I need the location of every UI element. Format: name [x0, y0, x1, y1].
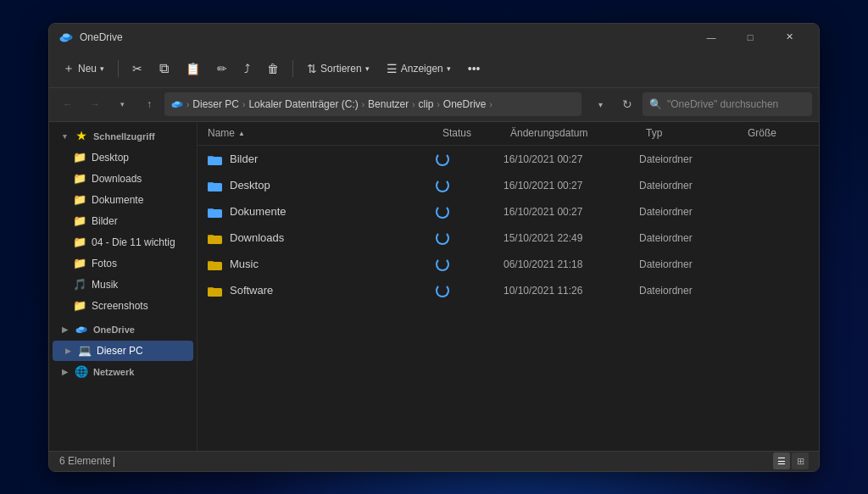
sidebar-section-netzwerk[interactable]: ▶ 🌐 Netzwerk — [53, 362, 193, 382]
back-button[interactable]: ← — [56, 92, 80, 116]
maximize-button[interactable]: □ — [731, 24, 770, 51]
forward-button[interactable]: → — [83, 92, 107, 116]
table-row[interactable]: Desktop 16/10/2021 00:27 Dateiordner — [201, 173, 815, 198]
sidebar-musik-label: Musik — [92, 279, 186, 291]
file-date: 16/10/2021 00:27 — [504, 206, 639, 218]
breadcrumb[interactable]: › Dieser PC › Lokaler Datenträger (C:) ›… — [164, 92, 581, 116]
copy-button[interactable]: ⧉ — [153, 58, 175, 80]
sidebar-section-onedrive[interactable]: ▶ OneDrive — [53, 319, 193, 340]
sidebar-item-fotos[interactable]: 📁 Fotos — [53, 253, 193, 274]
folder-icon — [208, 283, 223, 298]
04-folder-icon: 📁 — [73, 236, 86, 249]
table-row[interactable]: Music 06/10/2021 21:18 Dateiordner — [201, 252, 815, 277]
rename-icon: ✏ — [217, 62, 227, 75]
dokumente-folder-icon: 📁 — [73, 193, 86, 207]
col-type-label: Typ — [646, 127, 662, 139]
sidebar-section-dieser-pc[interactable]: ▶ 💻 Dieser PC — [53, 341, 193, 361]
delete-button[interactable]: 🗑 — [260, 58, 286, 79]
svg-rect-18 — [208, 261, 214, 264]
desktop-folder-icon: 📁 — [73, 151, 86, 164]
up-button[interactable]: ↑ — [137, 92, 161, 116]
table-row[interactable]: Dokumente 16/10/2021 00:27 Dateiordner — [201, 199, 815, 225]
col-header-date[interactable]: Änderungsdatum — [507, 127, 643, 139]
sync-icon — [436, 179, 449, 192]
minimize-button[interactable]: — — [692, 24, 731, 51]
table-row[interactable]: Downloads 15/10/2021 22:49 Dateiordner — [201, 225, 815, 251]
breadcrumb-onedrive-label: OneDrive — [443, 98, 487, 110]
file-date: 16/10/2021 00:27 — [504, 153, 639, 165]
dropdown-chevron-icon: ▾ — [598, 100, 603, 109]
breadcrumb-onedrive-icon — [171, 100, 183, 108]
sep-5: › — [437, 100, 440, 109]
file-type: Dateiordner — [639, 285, 741, 297]
sidebar-desktop-label: Desktop — [92, 152, 171, 164]
table-row[interactable]: Software 10/10/2021 11:26 Dateiordner — [201, 278, 815, 303]
svg-rect-20 — [208, 287, 214, 290]
refresh-button[interactable]: ↻ — [615, 92, 639, 116]
file-rows-container: Bilder 16/10/2021 00:27 Dateiordner Desk… — [198, 147, 819, 303]
expand-button[interactable]: ▾ — [110, 92, 134, 116]
sidebar-item-04[interactable]: 📁 04 - Die 11 wichtig — [53, 232, 193, 253]
sidebar-bilder-label: Bilder — [92, 215, 171, 227]
sidebar-item-downloads[interactable]: 📁 Downloads 📌 — [53, 169, 193, 189]
svg-rect-12 — [208, 182, 214, 185]
table-row[interactable]: Bilder 16/10/2021 00:27 Dateiordner — [201, 147, 815, 172]
col-header-status[interactable]: Status — [439, 127, 507, 139]
file-type: Dateiordner — [639, 153, 741, 165]
more-icon: ••• — [468, 62, 481, 75]
file-date: 10/10/2021 11:26 — [504, 285, 639, 297]
breadcrumb-drive[interactable]: Lokaler Datenträger (C:) — [248, 98, 358, 110]
sort-icon: ⇅ — [307, 62, 317, 75]
sidebar-onedrive-label: OneDrive — [93, 325, 186, 335]
breadcrumb-dropdown-button[interactable]: ▾ — [588, 92, 612, 116]
sidebar-item-screenshots[interactable]: 📁 Screenshots — [53, 296, 193, 316]
back-icon: ← — [63, 98, 73, 110]
paste-button[interactable]: 📋 — [179, 58, 207, 79]
sort-button[interactable]: ⇅ Sortieren ▾ — [300, 58, 376, 79]
file-type: Dateiordner — [639, 258, 741, 270]
breadcrumb-clip[interactable]: clip — [418, 98, 433, 110]
netzwerk-section-icon: 🌐 — [75, 365, 88, 379]
sidebar-section-quickaccess[interactable]: ▾ ★ Schnellzugriff — [53, 126, 193, 147]
cut-button[interactable]: ✂ — [125, 58, 149, 79]
col-header-size[interactable]: Größe — [744, 127, 812, 139]
new-button[interactable]: ＋ Neu ▾ — [56, 58, 111, 80]
dieser-pc-expand-icon: ▶ — [63, 346, 73, 356]
file-date: 16/10/2021 00:27 — [504, 180, 639, 191]
col-header-type[interactable]: Typ — [643, 127, 744, 139]
col-date-label: Änderungsdatum — [510, 127, 587, 139]
separator-2 — [292, 60, 293, 77]
close-button[interactable]: ✕ — [770, 24, 809, 51]
sep-2: › — [242, 100, 245, 109]
breadcrumb-user[interactable]: Benutzer — [368, 98, 409, 110]
sidebar-item-musik[interactable]: 🎵 Musik — [53, 275, 193, 295]
share-button[interactable]: ⤴ — [237, 58, 257, 79]
col-header-name[interactable]: Name ▲ — [204, 127, 439, 139]
file-name-text: Bilder — [230, 153, 258, 165]
col-status-label: Status — [442, 127, 471, 139]
sidebar-item-bilder[interactable]: 📁 Bilder 📌 — [53, 211, 193, 231]
file-type: Dateiordner — [639, 206, 741, 218]
app-icon — [59, 31, 73, 44]
sidebar-screenshots-label: Screenshots — [92, 300, 186, 312]
sep-4: › — [412, 100, 415, 109]
sidebar-item-desktop[interactable]: 📁 Desktop 📌 — [53, 147, 193, 168]
status-count: 6 Elemente — [59, 455, 111, 467]
star-icon: ★ — [75, 130, 88, 143]
folder-icon — [208, 178, 223, 193]
new-label: Neu — [78, 63, 97, 75]
rename-button[interactable]: ✏ — [210, 58, 234, 79]
view-grid-button[interactable]: ⊞ — [792, 452, 809, 469]
svg-point-8 — [79, 326, 84, 330]
file-name-text: Downloads — [230, 231, 284, 244]
view-button[interactable]: ☰ Anzeigen ▾ — [380, 58, 458, 79]
view-list-button[interactable]: ☰ — [773, 452, 790, 469]
search-box[interactable]: 🔍 "OneDrive" durchsuchen — [643, 92, 812, 116]
sidebar-item-dokumente[interactable]: 📁 Dokumente 📌 — [53, 190, 193, 210]
more-button[interactable]: ••• — [461, 58, 487, 79]
share-icon: ⤴ — [244, 62, 250, 75]
toolbar: ＋ Neu ▾ ✂ ⧉ 📋 ✏ ⤴ 🗑 ⇅ Sortieren ▾ ☰ — [49, 51, 819, 88]
window-controls: — □ ✕ — [692, 24, 809, 51]
breadcrumb-onedrive[interactable]: OneDrive — [443, 98, 487, 110]
breadcrumb-this-pc[interactable]: Dieser PC — [192, 98, 239, 110]
